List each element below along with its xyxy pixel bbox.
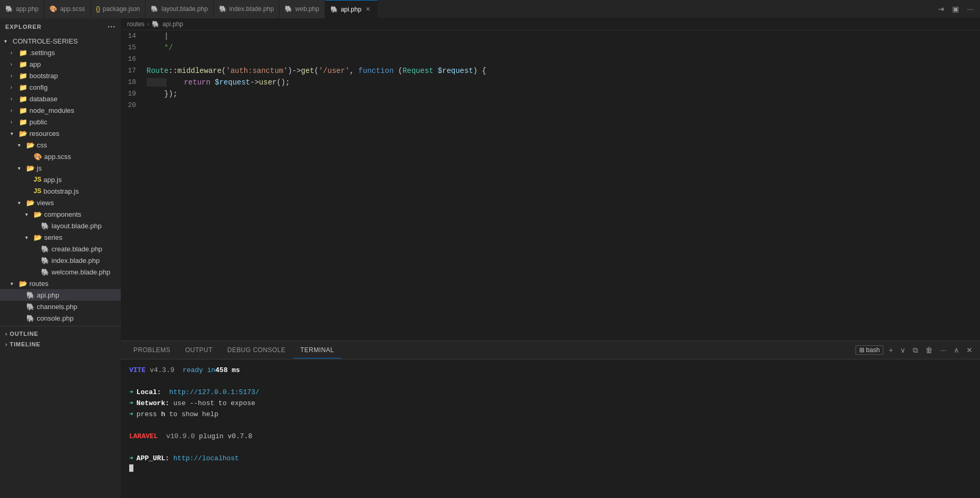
help-text: press h to show help <box>137 409 218 420</box>
terminal-dropdown-button[interactable]: ∨ <box>898 345 908 355</box>
outline-section[interactable]: › OUTLINE <box>0 329 121 339</box>
timeline-section[interactable]: › TIMELINE <box>0 339 121 349</box>
php-icon: 🐘 <box>5 5 13 13</box>
close-terminal-button[interactable]: ✕ <box>964 345 975 355</box>
vite-time: 458 ms <box>215 365 240 376</box>
tab-label: layout.blade.php <box>161 5 207 13</box>
tree-item-node-modules[interactable]: › 📁 node_modules <box>0 104 121 116</box>
tab-layout-blade[interactable]: 🐘 layout.blade.php <box>145 0 213 18</box>
tree-item-app[interactable]: › 📁 app <box>0 58 121 70</box>
tree-item-routes[interactable]: ▾ 📂 routes <box>0 278 121 289</box>
folder-icon: 📂 <box>19 280 27 288</box>
project-root[interactable]: ▾ CONTROLE-SERIES <box>0 35 121 47</box>
add-terminal-button[interactable]: + <box>887 345 895 355</box>
more-actions-button[interactable]: ··· <box>964 3 976 15</box>
tab-problems[interactable]: PROBLEMS <box>126 342 178 358</box>
tree-label: index.blade.php <box>51 257 100 264</box>
tab-actions: ⇥ ▣ ··· <box>935 3 980 15</box>
more-terminal-actions-button[interactable]: ··· <box>938 345 948 355</box>
tab-api-php[interactable]: 🐘 api.php ✕ <box>325 0 378 18</box>
tree-item-series[interactable]: ▾ 📂 series <box>0 231 121 243</box>
blade-icon: 🐘 <box>151 5 159 13</box>
tree-item-database[interactable]: › 📁 database <box>0 93 121 104</box>
php-icon3: 🐘 <box>330 6 338 13</box>
network-key: Network: <box>137 398 169 409</box>
tree-item-resources[interactable]: ▾ 📂 resources <box>0 128 121 139</box>
tree-item-bootstrap-js[interactable]: JS bootstrap.js <box>0 185 121 197</box>
folder-icon: 📁 <box>19 60 27 68</box>
tree-label: js <box>37 164 41 172</box>
sidebar-sections: › OUTLINE › TIMELINE <box>0 326 121 352</box>
tree-item-welcome-blade[interactable]: 🐘 welcome.blade.php <box>0 266 121 278</box>
maximize-terminal-button[interactable]: ∧ <box>952 345 961 355</box>
tree-item-components[interactable]: ▾ 📂 components <box>0 208 121 220</box>
tree-item-console-php[interactable]: 🐘 console.php <box>0 312 121 324</box>
tree-item-bootstrap[interactable]: › 📁 bootstrap <box>0 70 121 81</box>
delete-terminal-button[interactable]: 🗑 <box>923 345 935 355</box>
tree-item-views[interactable]: ▾ 📂 views <box>0 197 121 208</box>
explorer-title: EXPLORER <box>5 24 41 30</box>
tree-item-create-blade[interactable]: 🐘 create.blade.php <box>0 243 121 255</box>
tree-label: channels.php <box>37 303 77 311</box>
content-area: routes › 🐘 api.php 14 | 15 */ <box>121 18 980 498</box>
terminal-content[interactable]: VITE v4.3.9 ready in 458 ms ➜ Local: htt… <box>121 359 980 498</box>
tab-terminal[interactable]: TERMINAL <box>293 342 342 358</box>
folder-arrow: › <box>11 84 17 90</box>
tree-label: public <box>29 118 47 126</box>
tab-output[interactable]: OUTPUT <box>178 342 220 358</box>
tree-item-config[interactable]: › 📁 config <box>0 81 121 93</box>
tree-item-index-blade[interactable]: 🐘 index.blade.php <box>0 255 121 266</box>
folder-arrow: › <box>11 61 17 67</box>
vite-label: VITE <box>129 365 145 376</box>
tree-label: app <box>29 60 41 68</box>
tab-app-scss[interactable]: 🎨 app.scss <box>44 0 90 18</box>
scss-file-icon: 🎨 <box>34 153 42 161</box>
folder-arrow: ▾ <box>25 211 32 217</box>
folder-arrow: ▾ <box>18 200 24 206</box>
tree-item-settings[interactable]: › 📁 .settings <box>0 47 121 58</box>
tree-label: app.scss <box>44 153 71 161</box>
split-editor-button[interactable]: ⇥ <box>935 3 947 15</box>
appurl-text <box>169 453 173 464</box>
toggle-sidebar-button[interactable]: ▣ <box>950 3 962 15</box>
sidebar-menu-button[interactable]: ··· <box>108 23 116 31</box>
tree-item-app-scss[interactable]: 🎨 app.scss <box>0 151 121 162</box>
term-appurl-line: ➜ APP_URL: http://localhost <box>129 453 972 464</box>
network-text: use --host to expose <box>169 398 255 409</box>
tab-label: web.php <box>295 5 319 13</box>
line-number: 20 <box>121 100 144 111</box>
split-terminal-button[interactable]: ⧉ <box>911 345 920 356</box>
tree-item-public[interactable]: › 📁 public <box>0 116 121 128</box>
breadcrumb-file: api.php <box>162 20 183 28</box>
term-blank-2 <box>129 420 972 431</box>
code-content[interactable]: 14 | 15 */ 16 17 Route::middleware(' <box>121 30 980 341</box>
tree-item-js[interactable]: ▾ 📂 js <box>0 162 121 174</box>
tab-web-php[interactable]: 🐘 web.php <box>279 0 325 18</box>
tree-item-channels-php[interactable]: 🐘 channels.php <box>0 301 121 312</box>
tree-label: create.blade.php <box>51 245 102 253</box>
js-file-icon: JS <box>34 176 41 183</box>
term-network-line: ➜ Network: use --host to expose <box>129 398 972 409</box>
tab-close-button[interactable]: ✕ <box>364 5 372 13</box>
bash-shell-indicator: ⊞ bash <box>856 345 883 355</box>
section-arrow2: › <box>5 341 8 347</box>
tab-label: app.scss <box>60 5 85 13</box>
tab-index-blade[interactable]: 🐘 index.blade.php <box>214 0 280 18</box>
timeline-label: TIMELINE <box>10 341 40 347</box>
folder-arrow: ▾ <box>18 142 24 148</box>
term-local-line: ➜ Local: http://127.0.0.1:5173/ <box>129 387 972 398</box>
scss-icon: 🎨 <box>49 5 57 13</box>
line-content: return $request->user(); <box>144 77 980 88</box>
tab-app-php-prev[interactable]: 🐘 app.php <box>0 0 44 18</box>
folder-icon: 📂 <box>19 130 27 137</box>
tree-item-api-php[interactable]: 🐘 api.php <box>0 289 121 301</box>
folder-arrow: ▾ <box>25 235 32 240</box>
breadcrumb-path: routes <box>127 20 144 28</box>
tree-item-css[interactable]: ▾ 📂 css <box>0 139 121 151</box>
tab-package-json[interactable]: {} package.json <box>91 0 146 18</box>
tree-item-layout-blade[interactable]: 🐘 layout.blade.php <box>0 220 121 231</box>
tree-label: app.js <box>44 176 62 184</box>
tree-item-app-js[interactable]: JS app.js <box>0 174 121 185</box>
tree-label: components <box>44 210 81 218</box>
tab-debug-console[interactable]: DEBUG CONSOLE <box>220 342 293 358</box>
